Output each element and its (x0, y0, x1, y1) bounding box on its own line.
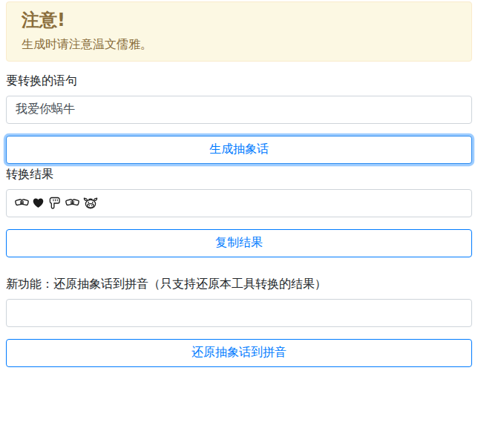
source-input[interactable] (6, 96, 472, 124)
generate-button[interactable]: 生成抽象话 (6, 136, 472, 164)
source-form-group: 要转换的语句 (6, 72, 472, 124)
copy-result-button[interactable]: 复制结果 (6, 229, 472, 257)
warning-alert: 注意! 生成时请注意温文儒雅。 (6, 1, 472, 62)
source-label: 要转换的语句 (6, 72, 472, 90)
alert-message: 生成时请注意温文儒雅。 (22, 36, 456, 53)
result-form-group: 转换结果 (6, 165, 472, 217)
backhand-index-pointing-down-emoji-icon (47, 195, 62, 211)
cow-face-emoji-icon (82, 195, 99, 211)
handshake-emoji-icon (14, 195, 30, 211)
handshake-emoji-icon (65, 195, 80, 211)
abstract-speech-converter-page: 注意! 生成时请注意温文儒雅。 要转换的语句 生成抽象话 转换结果 (0, 0, 478, 367)
result-label: 转换结果 (6, 165, 472, 183)
restore-input[interactable] (6, 299, 472, 327)
restore-button[interactable]: 还原抽象话到拼音 (6, 339, 472, 367)
black-heart-emoji-icon (32, 197, 45, 209)
restore-section: 新功能：还原抽象话到拼音（只支持还原本工具转换的结果） (6, 275, 472, 327)
result-input[interactable] (6, 189, 472, 217)
alert-title: 注意! (22, 10, 456, 31)
restore-label: 新功能：还原抽象话到拼音（只支持还原本工具转换的结果） (6, 275, 472, 293)
